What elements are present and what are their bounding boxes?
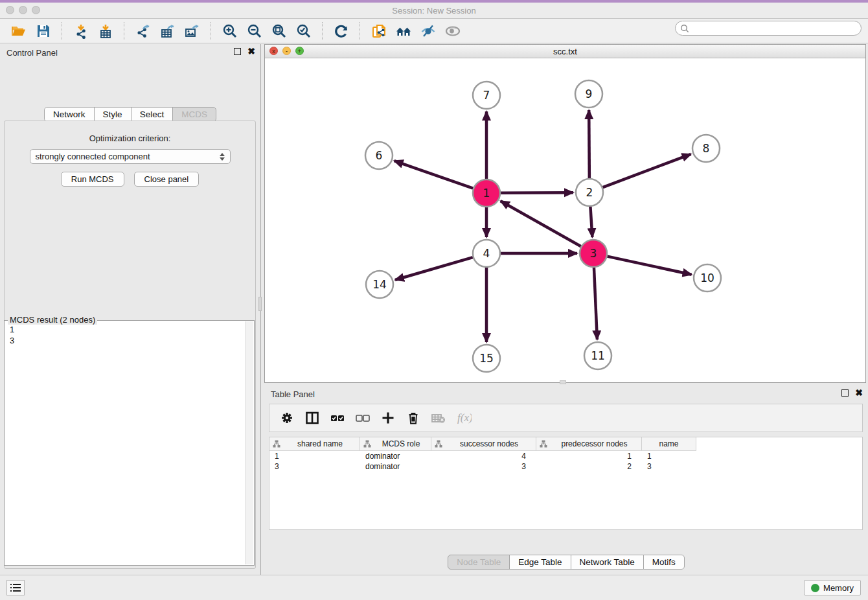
node-2[interactable]: 2 — [576, 179, 603, 206]
svg-text:1: 1 — [483, 187, 490, 200]
node-4[interactable]: 4 — [473, 240, 500, 267]
task-history-button[interactable] — [6, 580, 25, 595]
zoom-selected-icon[interactable] — [293, 21, 314, 41]
edge-3-11[interactable] — [594, 268, 597, 340]
export-network-icon[interactable] — [133, 21, 154, 41]
toolbar-separator — [211, 22, 212, 40]
criterion-dropdown[interactable]: strongly connected component — [30, 149, 231, 164]
table-tab-motifs[interactable]: Motifs — [643, 555, 685, 570]
float-table-panel-icon[interactable] — [841, 389, 849, 397]
node-10[interactable]: 10 — [694, 264, 721, 292]
node-11[interactable]: 11 — [584, 342, 611, 369]
column-header-successor-nodes[interactable]: successor nodes — [431, 437, 536, 450]
network-window-resize-handle[interactable] — [560, 380, 566, 384]
columns-icon[interactable] — [303, 408, 322, 428]
edge-2-9[interactable] — [589, 110, 589, 178]
toolbar-separator — [360, 22, 361, 40]
close-panel-icon[interactable]: ✖ — [247, 47, 255, 55]
add-icon[interactable] — [378, 408, 398, 428]
cell-MCDS-role[interactable]: dominator — [360, 461, 431, 472]
result-scrollbar[interactable] — [245, 321, 253, 564]
titlebar: Session: New Session — [0, 0, 868, 19]
cell-predecessor-nodes[interactable]: 2 — [536, 461, 642, 472]
zoom-fit-icon[interactable] — [269, 21, 290, 41]
save-icon[interactable] — [33, 21, 54, 41]
table-tab-edge-table[interactable]: Edge Table — [509, 555, 571, 570]
window-title: Session: New Session — [0, 6, 868, 16]
trash-icon[interactable] — [404, 408, 423, 428]
cell-shared-name[interactable]: 1 — [269, 451, 360, 461]
edge-4-14[interactable] — [395, 257, 473, 280]
float-panel-icon[interactable] — [234, 48, 241, 55]
svg-text:8: 8 — [703, 142, 710, 155]
node-3[interactable]: 3 — [580, 240, 607, 267]
node-8[interactable]: 8 — [692, 135, 720, 162]
import-table-icon[interactable] — [95, 21, 116, 41]
cell-predecessor-nodes[interactable]: 1 — [536, 451, 642, 461]
close-table-panel-icon[interactable]: ✖ — [855, 389, 863, 397]
search-box[interactable] — [675, 21, 862, 36]
node-14[interactable]: 14 — [366, 271, 393, 298]
tab-select[interactable]: Select — [131, 107, 174, 122]
open-folder-icon[interactable] — [8, 21, 29, 41]
edge-1-6[interactable] — [394, 161, 474, 188]
home-icon[interactable] — [393, 21, 414, 41]
node-6[interactable]: 6 — [365, 142, 393, 169]
import-network-icon[interactable] — [71, 21, 91, 41]
close-panel-button[interactable]: Close panel — [134, 172, 200, 187]
cell-name[interactable]: 3 — [642, 461, 696, 472]
criterion-dropdown-value: strongly connected component — [36, 152, 220, 161]
edge-2-8[interactable] — [603, 154, 691, 187]
edge-2-3[interactable] — [590, 207, 592, 237]
cell-successor-nodes[interactable]: 4 — [431, 451, 536, 461]
control-panel-title: Control Panel — [6, 48, 58, 58]
export-image-icon[interactable] — [182, 21, 203, 41]
run-mcds-button[interactable]: Run MCDS — [61, 172, 124, 187]
cell-name[interactable]: 1 — [642, 451, 696, 461]
node-7[interactable]: 7 — [473, 82, 500, 109]
refresh-icon[interactable] — [331, 21, 352, 41]
cell-successor-nodes[interactable]: 3 — [431, 461, 536, 472]
svg-text:6: 6 — [376, 149, 383, 162]
tab-style[interactable]: Style — [94, 107, 131, 122]
control-panel-tabs: NetworkStyleSelectMCDS — [44, 107, 216, 122]
node-15[interactable]: 15 — [473, 345, 500, 372]
network-window-titlebar[interactable]: x - + scc.txt — [265, 45, 865, 58]
search-input[interactable] — [692, 23, 856, 34]
graph[interactable]: 7968124314101511 — [265, 58, 865, 382]
unselect-all-icon[interactable] — [353, 408, 372, 428]
tab-network[interactable]: Network — [44, 107, 95, 122]
node-1[interactable]: 1 — [473, 179, 500, 207]
fx-icon: f(x) — [454, 408, 474, 428]
table-tab-node-table[interactable]: Node Table — [448, 555, 510, 570]
edge-3-10[interactable] — [608, 257, 692, 275]
column-header-predecessor-nodes[interactable]: predecessor nodes — [536, 437, 642, 450]
cell-MCDS-role[interactable]: dominator — [360, 451, 431, 461]
table-row[interactable]: 1dominator411 — [269, 451, 696, 461]
memory-button-label: Memory — [823, 583, 854, 593]
column-header-MCDS-role[interactable]: MCDS role — [360, 437, 431, 450]
mcds-result-text[interactable]: 1 3 — [5, 321, 254, 349]
column-header-shared-name[interactable]: shared name — [269, 437, 360, 450]
status-bar: Memory — [0, 575, 868, 600]
memory-button[interactable]: Memory — [804, 580, 861, 595]
node-9[interactable]: 9 — [575, 80, 602, 108]
column-header-name[interactable]: name — [642, 437, 696, 450]
panel-splitter-handle[interactable] — [258, 297, 262, 311]
table-tab-network-table[interactable]: Network Table — [571, 555, 644, 570]
zoom-in-icon[interactable] — [220, 21, 240, 41]
view-eye-icon[interactable] — [442, 21, 463, 41]
edge-1-2[interactable] — [501, 192, 573, 193]
export-table-icon[interactable] — [157, 21, 178, 41]
edge-3-1[interactable] — [501, 201, 581, 246]
tab-mcds[interactable]: MCDS — [172, 107, 216, 122]
select-all-icon[interactable] — [328, 408, 347, 428]
network-canvas[interactable]: 7968124314101511 — [265, 58, 865, 382]
hide-eye-icon[interactable] — [418, 21, 439, 41]
zoom-out-icon[interactable] — [244, 21, 265, 41]
duplicate-network-icon[interactable] — [369, 21, 389, 41]
cell-shared-name[interactable]: 3 — [269, 461, 360, 472]
gear-icon[interactable] — [277, 408, 297, 428]
table-row[interactable]: 3dominator323 — [269, 461, 696, 472]
toolbar-separator — [124, 22, 125, 40]
